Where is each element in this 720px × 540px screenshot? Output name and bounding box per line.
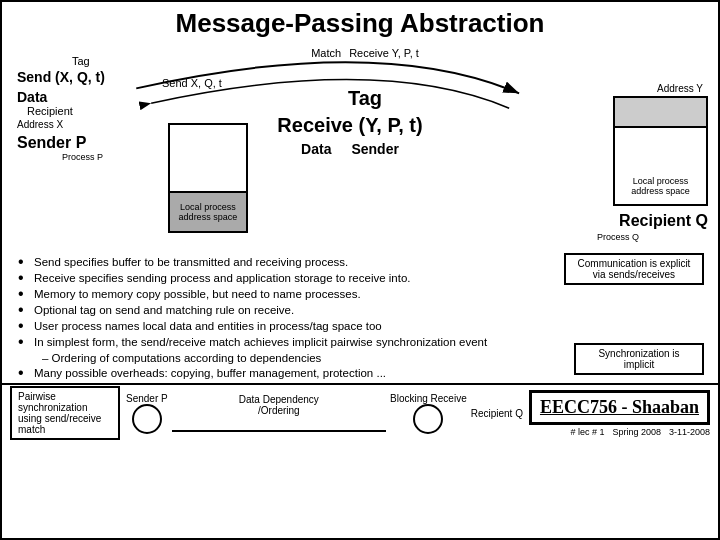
data-sender-row: Data Sender xyxy=(301,141,399,157)
blocking-receive-label: Blocking Receive xyxy=(390,393,467,404)
blocking-receive-group: Blocking Receive xyxy=(390,393,467,434)
diagram-area: Tag Send (X, Q, t) Data Recipient Local … xyxy=(2,43,718,253)
recipient-memory-top xyxy=(615,98,706,128)
bullet-4: • Optional tag on send and matching rule… xyxy=(18,303,702,318)
bullet-dot-2: • xyxy=(18,270,30,286)
recipient-q-flow-label: Recipient Q xyxy=(471,408,523,419)
bullet-dot-5: • xyxy=(18,318,30,334)
process-q-label: Process Q xyxy=(597,232,639,242)
receive-yp-t-label: Receive Y, P, t xyxy=(349,47,419,59)
bullet-text-2: Receive specifies sending process and ap… xyxy=(34,271,411,286)
bullets-wrapper: • Send specifies buffer to be transmitte… xyxy=(2,253,718,381)
eecc-label: EECC756 - Shaaban xyxy=(540,397,699,417)
flow-line xyxy=(172,430,386,432)
send-label: Send (X, Q, t) xyxy=(17,69,105,85)
sender-p-flow-group: Sender P xyxy=(126,393,168,434)
recipient-q-flow-group: Recipient Q xyxy=(471,408,523,419)
bullet-dot-4: • xyxy=(18,302,30,318)
bullet-dot-6: • xyxy=(18,334,30,350)
pairwise-label: Pairwise synchronization using send/rece… xyxy=(18,391,101,435)
sender-p-label: Sender P xyxy=(17,134,113,152)
sender-mid-label: Sender xyxy=(351,141,398,157)
page-wrapper: Message-Passing Abstraction Tag xyxy=(0,0,720,540)
sync-implicit-box: Synchronization is implicit xyxy=(574,343,704,375)
flow-container: Sender P Data Dependency /Ordering Block… xyxy=(126,393,523,434)
sender-circle xyxy=(132,404,162,434)
bullet-dot-7: • xyxy=(18,365,30,381)
data-label: Data xyxy=(17,89,105,105)
receive-big-label: Receive (Y, P, t) xyxy=(277,114,422,137)
bottom-section: Pairwise synchronization using send/rece… xyxy=(2,383,718,438)
sync-implicit-text: Synchronization is implicit xyxy=(598,348,679,370)
local-process-left-label: Local processaddress space xyxy=(179,202,238,222)
bullet-5: • User process names local data and enti… xyxy=(18,319,702,334)
bullet-text-5: User process names local data and entiti… xyxy=(34,319,382,334)
recipient-memory-box: Local processaddress space xyxy=(613,96,708,206)
eecc-section: EECC756 - Shaaban # lec # 1 Spring 2008 … xyxy=(529,390,710,437)
bullet-text-7: Many possible overheads: copying, buffer… xyxy=(34,366,386,381)
comm-explicit-text: Communication is explicit via sends/rece… xyxy=(578,258,691,280)
bullet-3: • Memory to memory copy possible, but ne… xyxy=(18,287,702,302)
sender-section: Tag Send (X, Q, t) Data Recipient Local … xyxy=(12,53,172,162)
pairwise-box: Pairwise synchronization using send/rece… xyxy=(10,386,120,440)
recipient-label: Recipient xyxy=(27,105,105,117)
page-title: Message-Passing Abstraction xyxy=(2,2,718,43)
data-mid-label: Data xyxy=(301,141,331,157)
sender-p-flow-label: Sender P xyxy=(126,393,168,404)
bullet-text-3: Memory to memory copy possible, but need… xyxy=(34,287,361,302)
match-label: Match xyxy=(311,47,341,59)
footer-right: 3-11-2008 xyxy=(669,427,710,437)
footer-info: # lec # 1 Spring 2008 3-11-2008 xyxy=(570,427,710,437)
bullet-dot-1: • xyxy=(18,254,30,270)
match-receive-row: Match Receive Y, P, t xyxy=(311,47,419,59)
data-dependency-group: Data Dependency /Ordering xyxy=(172,394,386,432)
comm-explicit-box: Communication is explicit via sends/rece… xyxy=(564,253,704,285)
send-x-q-t-label: Send X, Q, t xyxy=(162,77,222,89)
bullet-text-6: In simplest form, the send/receive match… xyxy=(34,335,487,350)
bullet-text-4: Optional tag on send and matching rule o… xyxy=(34,303,294,318)
middle-section: Match Receive Y, P, t Send X, Q, t Tag R… xyxy=(172,43,528,157)
local-process-right-label: Local processaddress space xyxy=(615,176,706,196)
address-x-label: Address X xyxy=(17,119,113,130)
data-dependency-label: Data Dependency /Ordering xyxy=(239,394,319,416)
tag-mid-label: Tag xyxy=(348,87,382,110)
footer-mid: Spring 2008 xyxy=(612,427,661,437)
eecc-box: EECC756 - Shaaban xyxy=(529,390,710,425)
blocking-circle xyxy=(413,404,443,434)
recipient-section: Address Y Local processaddress space Rec… xyxy=(528,53,708,242)
recipient-q-label: Recipient Q xyxy=(619,212,708,230)
bullet-text-1: Send specifies buffer to be transmitted … xyxy=(34,255,348,270)
bullet-dot-3: • xyxy=(18,286,30,302)
process-p-label: Process P xyxy=(62,152,113,162)
address-y-label: Address Y xyxy=(657,83,703,94)
tag-label-top: Tag xyxy=(72,55,113,67)
sender-address-space: Local processaddress space xyxy=(170,191,246,231)
footer-left: # lec # 1 xyxy=(570,427,604,437)
